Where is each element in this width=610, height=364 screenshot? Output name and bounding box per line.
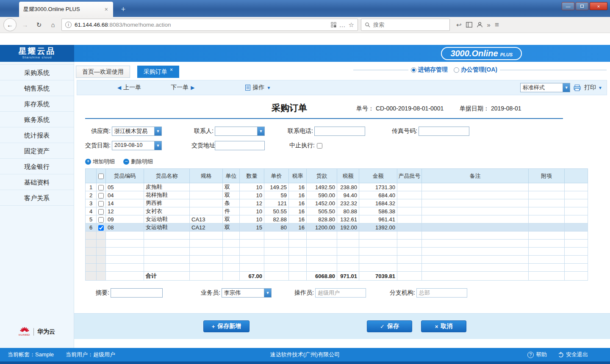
search-box[interactable] <box>361 19 450 31</box>
sidebar-item-3[interactable]: 库存系统 <box>0 96 74 112</box>
menu-icon[interactable]: ≡ <box>495 21 499 29</box>
table-row-2[interactable]: 204花样拖鞋双105916590.0094.40684.40 <box>86 191 588 199</box>
home-button[interactable]: ⌂ <box>47 19 58 30</box>
fax-input[interactable] <box>419 127 469 136</box>
cell-filler <box>565 215 588 223</box>
sidebar-item-4[interactable]: 账务系统 <box>0 112 74 127</box>
sidebar-item-9[interactable]: 客户关系 <box>0 190 74 206</box>
sidebar-item-8[interactable]: 基础资料 <box>0 174 74 190</box>
operation-menu-button[interactable]: 操作 ▼ <box>245 84 271 91</box>
address-bar[interactable]: i 61.144.46.68:8083/home!home.action … ☆ <box>61 19 358 31</box>
cell-filler <box>565 223 588 232</box>
select-all-checkbox[interactable] <box>98 174 104 179</box>
maximize-button[interactable] <box>576 2 588 10</box>
logout-button[interactable]: 安全退出 <box>558 351 588 358</box>
save-button[interactable]: ✓ 保存 <box>367 320 412 332</box>
search-input[interactable] <box>373 22 433 28</box>
cell-extra <box>529 232 565 240</box>
remove-detail-button[interactable]: − 删除明细 <box>123 158 153 165</box>
sidebar-item-2[interactable]: 销售系统 <box>0 80 74 96</box>
fax-label: 传真号码: <box>391 127 417 135</box>
cell-check[interactable] <box>97 223 106 232</box>
row-checkbox[interactable] <box>98 193 104 199</box>
chevron-down-icon[interactable]: ▼ <box>563 83 570 92</box>
column-header-batch: 产品批号 <box>397 169 422 183</box>
bookmark-star-icon[interactable]: ☆ <box>349 21 354 29</box>
delivery-date-select[interactable]: 2019-08-10 ▼ <box>112 141 162 150</box>
table-row-1[interactable]: 105皮拖鞋双10149.25161492.50238.801731.30 <box>86 183 588 191</box>
cell-check[interactable] <box>97 183 106 191</box>
memo-input[interactable] <box>111 288 163 298</box>
minimize-button[interactable]: — <box>562 2 574 10</box>
tab-close-icon[interactable]: × <box>104 6 109 13</box>
print-icon[interactable] <box>574 85 581 91</box>
sidebar-item-7[interactable]: 现金银行 <box>0 159 74 174</box>
url-text[interactable]: 61.144.46.68:8083/home!home.action <box>75 22 328 28</box>
app-header: 星耀云品 Starshine cloud 3000.Online PLUS <box>0 45 610 62</box>
cancel-button[interactable]: × 取消 <box>421 320 466 332</box>
table-row-3[interactable]: 314男西裤条12121161452.00232.321684.32 <box>86 199 588 207</box>
prev-order-button[interactable]: ◀ 上一单 <box>117 84 141 91</box>
radio-icon[interactable] <box>454 67 459 73</box>
contact-select[interactable]: ▼ <box>215 127 265 136</box>
sync-icon[interactable]: ↩ <box>456 21 462 29</box>
print-style-select[interactable]: 标准样式 ▼ <box>520 83 570 92</box>
abort-checkbox[interactable] <box>317 143 322 149</box>
chevron-down-icon[interactable]: ▼ <box>264 289 271 297</box>
radio-icon[interactable] <box>411 67 416 73</box>
delivery-addr-input[interactable] <box>215 141 265 150</box>
account-icon[interactable] <box>477 22 483 28</box>
table-row-empty <box>86 240 588 248</box>
header-select-all[interactable] <box>97 169 106 183</box>
row-checkbox[interactable] <box>98 209 104 215</box>
row-checkbox[interactable] <box>98 225 104 231</box>
add-detail-button[interactable]: + 增加明细 <box>85 158 115 165</box>
chevron-down-icon[interactable]: ▼ <box>257 127 264 135</box>
sidebars-icon[interactable] <box>466 22 472 28</box>
chevron-down-icon[interactable]: ▼ <box>154 127 161 135</box>
mode-option-1[interactable]: 进销存管理 <box>411 66 448 74</box>
cell-check[interactable] <box>97 215 106 223</box>
row-checkbox[interactable] <box>98 201 104 207</box>
print-button[interactable]: 打印 ▼ <box>584 84 602 91</box>
sidebar-item-6[interactable]: 固定资产 <box>0 143 74 159</box>
sidebar: 采购系统销售系统库存系统账务系统统计报表固定资产现金银行基础资料客户关系 <box>0 62 74 348</box>
forward-button[interactable]: → <box>19 19 30 30</box>
browser-tab[interactable]: 星耀3000.Online PLUS × <box>19 2 113 17</box>
tab-close-icon[interactable]: × <box>170 67 173 73</box>
close-button[interactable]: × <box>590 2 607 10</box>
tab-home[interactable]: 首页—欢迎使用 <box>76 66 130 78</box>
table-row-5[interactable]: 509女运动鞋CA13双1082.8816828.80132.61961.41 <box>86 215 588 223</box>
info-icon[interactable]: i <box>65 22 72 28</box>
overflow-icon[interactable]: » <box>487 21 491 28</box>
table-row-4[interactable]: 412女衬衣件1050.5516505.5080.88586.38 <box>86 207 588 215</box>
supplier-select[interactable]: 浙江横木贸易 ▼ <box>112 127 162 136</box>
cell-filler <box>565 240 588 248</box>
tab-purchase-order[interactable]: 采购订单 × <box>137 66 179 78</box>
prev-order-label: 上一单 <box>123 84 141 91</box>
sidebar-item-1[interactable]: 采购系统 <box>0 65 74 80</box>
cell-check[interactable] <box>97 207 106 215</box>
sidebar-item-5[interactable]: 统计报表 <box>0 127 74 143</box>
back-button[interactable]: ← <box>3 18 17 31</box>
qr-scan-icon[interactable] <box>331 22 336 28</box>
cell-spec <box>190 199 223 207</box>
next-order-button[interactable]: 下一单 ▶ <box>171 84 194 91</box>
cell-unit <box>223 256 240 264</box>
cell-note <box>422 240 529 248</box>
cell-check[interactable] <box>97 199 106 207</box>
mode-option-2[interactable]: 办公管理(OA) <box>454 66 497 74</box>
cell-check[interactable] <box>97 191 106 199</box>
cell-price: 50.55 <box>264 207 289 215</box>
page-actions-icon[interactable]: … <box>339 21 346 28</box>
salesman-select[interactable]: 李宗伟 ▼ <box>222 288 272 298</box>
new-tab-button[interactable]: + <box>118 4 129 14</box>
row-checkbox[interactable] <box>98 217 104 223</box>
refresh-button[interactable]: ↻ <box>33 19 44 30</box>
row-checkbox[interactable] <box>98 185 104 190</box>
phone-input[interactable] <box>314 127 365 136</box>
help-button[interactable]: ? 帮助 <box>527 351 547 358</box>
save-new-button[interactable]: + 保存新增 <box>203 320 250 332</box>
chevron-down-icon[interactable]: ▼ <box>154 141 161 150</box>
table-row-6[interactable]: 608女运动鞋CA12双1580161200.00192.001392.00 <box>86 223 588 232</box>
